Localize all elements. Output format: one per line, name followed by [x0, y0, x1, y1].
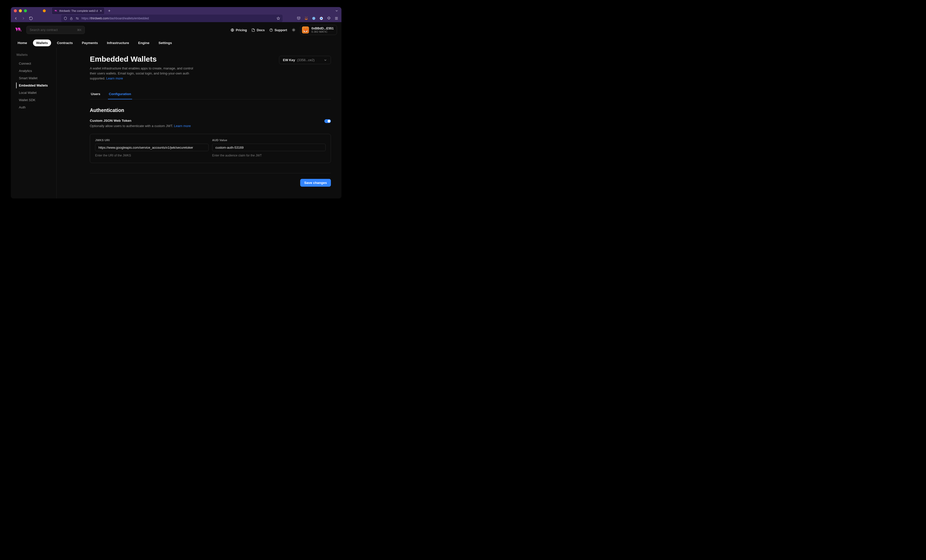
nav-engine[interactable]: Engine	[135, 39, 153, 46]
wallet-address: 0xBBdD...E551	[312, 27, 334, 30]
search-shortcut: ⌘K	[77, 29, 82, 32]
new-tab-button[interactable]: +	[108, 9, 110, 13]
extension-icon-2[interactable]	[319, 17, 323, 20]
search-placeholder: Search any contract	[30, 28, 57, 32]
wallet-balance: 0.382 MATIC	[312, 30, 334, 33]
sidebar: Wallets Connect Analytics Smart Wallet E…	[11, 48, 57, 198]
jwks-uri-hint: Enter the URI of the JWKS	[95, 154, 209, 157]
authentication-title: Authentication	[90, 107, 331, 113]
aud-value-label: AUD Value	[212, 139, 325, 142]
permissions-icon	[76, 17, 79, 20]
page-title: Embedded Wallets	[90, 55, 198, 64]
jwt-toggle[interactable]	[324, 119, 331, 123]
content: Embedded Wallets A wallet infrastructure…	[57, 48, 342, 198]
hamburger-menu-icon[interactable]	[334, 17, 339, 20]
main-nav: Home Wallets Contracts Payments Infrastr…	[11, 38, 342, 48]
svg-point-2	[76, 18, 77, 18]
nav-contracts[interactable]: Contracts	[54, 39, 76, 46]
account-button[interactable]: 🦊 0xBBdD...E551 0.382 MATIC	[300, 25, 337, 35]
sidebar-title: Wallets	[17, 53, 56, 57]
url-text: https://thirdweb.com/dashboard/wallets/e…	[82, 17, 274, 20]
svg-rect-1	[70, 18, 73, 20]
extensions-icon[interactable]	[327, 17, 331, 20]
jwt-setting-desc: Optionally allow users to authenticate w…	[90, 124, 191, 128]
sidebar-item-embedded-wallets[interactable]: Embedded Wallets	[16, 83, 56, 88]
sidebar-item-analytics[interactable]: Analytics	[17, 68, 56, 74]
help-icon	[269, 28, 273, 32]
nav-payments[interactable]: Payments	[79, 39, 101, 46]
lock-icon	[70, 17, 73, 20]
firefox-icon	[42, 9, 46, 12]
extension-icon-1[interactable]	[312, 17, 316, 20]
aud-value-hint: Enter the audience claim for the JWT	[212, 154, 325, 157]
nav-infrastructure[interactable]: Infrastructure	[104, 39, 132, 46]
svg-point-9	[293, 29, 294, 30]
reload-button[interactable]	[29, 17, 33, 20]
browser-window: thirdweb: The complete web3 d × + https:…	[11, 7, 342, 198]
chevron-down-icon	[324, 58, 327, 62]
tab-title: thirdweb: The complete web3 d	[59, 9, 98, 12]
minimize-window-button[interactable]	[19, 9, 22, 12]
jwt-form-card: JWKS URI Enter the URI of the JWKS AUD V…	[90, 134, 331, 163]
ew-key-select[interactable]: EW Key (3358...ce2)	[279, 56, 331, 64]
browser-right-icons	[297, 17, 339, 20]
tab-users[interactable]: Users	[90, 89, 101, 99]
metamask-icon[interactable]	[304, 17, 308, 20]
page-description: A wallet infrastructure that enables app…	[90, 66, 198, 81]
jwks-uri-label: JWKS URI	[95, 139, 209, 142]
back-button[interactable]	[14, 17, 18, 20]
pricing-link[interactable]: Pricing	[230, 28, 247, 32]
tabs-dropdown-icon[interactable]	[335, 9, 339, 12]
learn-more-link[interactable]: Learn more	[106, 76, 123, 80]
docs-link[interactable]: Docs	[251, 28, 265, 32]
close-tab-icon[interactable]: ×	[100, 9, 102, 13]
sidebar-item-wallet-sdk[interactable]: Wallet SDK	[17, 97, 56, 103]
content-tabs: Users Configuration	[90, 89, 331, 99]
maximize-window-button[interactable]	[24, 9, 27, 12]
aud-value-input[interactable]	[212, 144, 325, 151]
tab-configuration[interactable]: Configuration	[108, 89, 132, 99]
ew-key-value: (3358...ce2)	[297, 58, 315, 62]
sidebar-item-local-wallet[interactable]: Local Wallet	[17, 90, 56, 95]
svg-point-3	[78, 19, 78, 19]
urlbar[interactable]: https://thirdweb.com/dashboard/wallets/e…	[61, 15, 283, 22]
ew-key-label: EW Key	[283, 58, 295, 62]
window-controls	[14, 9, 27, 12]
save-changes-button[interactable]: Save changes	[300, 179, 331, 187]
globe-icon	[230, 28, 234, 32]
theme-toggle-icon[interactable]	[292, 28, 296, 32]
pocket-icon[interactable]	[297, 17, 301, 20]
jwt-setting-title: Custom JSON Web Token	[90, 119, 191, 123]
browser-tab[interactable]: thirdweb: The complete web3 d ×	[51, 7, 105, 15]
jwt-learn-more-link[interactable]: Learn more	[174, 124, 191, 128]
sidebar-item-smart-wallet[interactable]: Smart Wallet	[17, 75, 56, 81]
forward-button[interactable]	[21, 17, 26, 20]
nav-wallets[interactable]: Wallets	[33, 39, 51, 46]
nav-settings[interactable]: Settings	[155, 39, 175, 46]
sidebar-item-connect[interactable]: Connect	[17, 61, 56, 67]
sidebar-item-auth[interactable]: Auth	[17, 104, 56, 110]
app-header: Search any contract ⌘K Pricing Docs Supp…	[11, 22, 342, 38]
titlebar: thirdweb: The complete web3 d × +	[11, 7, 342, 15]
support-link[interactable]: Support	[269, 28, 287, 32]
svg-point-4	[312, 17, 315, 20]
wallet-avatar-icon: 🦊	[302, 26, 309, 33]
svg-point-0	[43, 9, 46, 12]
urlbar-row: https://thirdweb.com/dashboard/wallets/e…	[11, 15, 342, 22]
nav-home[interactable]: Home	[14, 39, 30, 46]
svg-point-6	[321, 18, 322, 20]
bookmark-star-icon[interactable]	[277, 17, 280, 20]
shield-icon	[64, 17, 67, 20]
file-icon	[251, 28, 255, 32]
close-window-button[interactable]	[14, 9, 17, 12]
thirdweb-favicon-icon	[54, 9, 57, 12]
app: Search any contract ⌘K Pricing Docs Supp…	[11, 22, 342, 198]
search-input[interactable]: Search any contract ⌘K	[26, 26, 85, 34]
jwks-uri-input[interactable]	[95, 144, 209, 151]
thirdweb-logo-icon[interactable]	[15, 27, 23, 33]
